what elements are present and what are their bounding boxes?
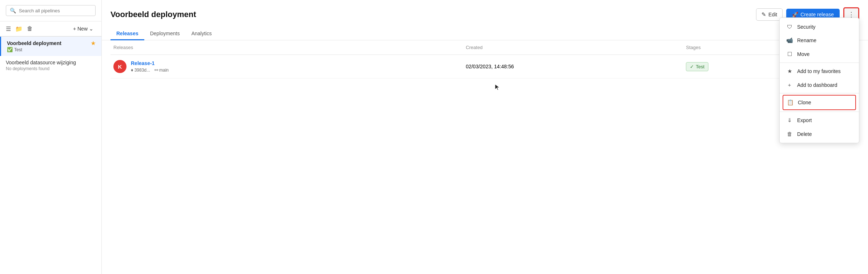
pipeline-name-2: Voorbeeld datasource wijziging — [6, 60, 96, 65]
tab-deployments[interactable]: Deployments — [144, 28, 186, 40]
tab-releases[interactable]: Releases — [110, 28, 144, 40]
pipeline-status-1: Test — [14, 47, 22, 52]
pipeline-status-2: No deployments found — [6, 66, 96, 71]
edit-icon: ✎ — [761, 11, 766, 18]
releases-table: Releases Created Stages — [110, 40, 859, 78]
move-icon: ☐ — [786, 51, 793, 57]
tabs: Releases Deployments Analytics — [102, 22, 868, 40]
main-content-wrap: Voorbeeld deployment ✎ Edit 🚀 Create rel… — [102, 0, 868, 274]
dropdown-separator-3 — [780, 112, 859, 112]
pipeline-name-1: Voorbeeld deployment — [7, 40, 61, 46]
rocket-icon: 🚀 — [792, 12, 798, 17]
col-header-releases: Releases — [110, 40, 463, 55]
dropdown-item-export[interactable]: ⇓ Export — [780, 113, 859, 127]
search-icon: 🔍 — [10, 8, 16, 13]
dropdown-item-security[interactable]: 🛡 Security — [780, 20, 859, 33]
list-icon[interactable]: ☰ — [6, 25, 11, 32]
created-cell: 02/03/2023, 14:48:56 — [463, 55, 683, 78]
release-hash: ♦ 3983d... — [131, 67, 150, 73]
dropdown-item-clone[interactable]: 📋 Clone — [783, 95, 856, 110]
hash-icon: ♦ — [131, 67, 133, 73]
release-branch: ⚯ main — [154, 68, 169, 73]
search-input[interactable] — [19, 8, 92, 13]
dropdown-separator-1 — [780, 63, 859, 63]
sidebar-toolbar: ☰ 📁 🗑 + New ⌄ — [0, 21, 101, 37]
dropdown-item-rename[interactable]: 📹 Rename — [780, 33, 859, 47]
stage-check-icon: ✓ — [690, 64, 694, 69]
releases-table-area: Releases Created Stages — [102, 40, 868, 274]
dropdown-menu: 🛡 Security 📹 Rename ☐ Move ★ Add to my f… — [779, 17, 859, 143]
star-icon: ★ — [786, 68, 793, 74]
new-label: + New — [73, 26, 88, 32]
trash-icon[interactable]: 🗑 — [27, 25, 33, 32]
new-button[interactable]: + New ⌄ — [71, 24, 96, 33]
main-content: Voorbeeld deployment ✎ Edit 🚀 Create rel… — [102, 0, 868, 274]
rename-icon: 📹 — [786, 37, 793, 44]
col-header-created: Created — [463, 40, 683, 55]
sidebar-item-datasource[interactable]: Voorbeeld datasource wijziging No deploy… — [0, 56, 101, 75]
folder-icon[interactable]: 📁 — [15, 25, 23, 32]
edit-button[interactable]: ✎ Edit — [756, 8, 783, 21]
tab-analytics[interactable]: Analytics — [185, 28, 217, 40]
dropdown-item-move[interactable]: ☐ Move — [780, 47, 859, 61]
delete-icon: 🗑 — [786, 131, 793, 137]
release-cell: K Release-1 ♦ 3983d... — [110, 55, 463, 78]
dropdown-item-favorites[interactable]: ★ Add to my favorites — [780, 64, 859, 78]
favorite-star-icon[interactable]: ★ — [91, 40, 96, 46]
page-title: Voorbeeld deployment — [110, 10, 196, 19]
avatar: K — [113, 60, 126, 73]
branch-icon: ⚯ — [154, 68, 158, 73]
dropdown-separator-2 — [780, 93, 859, 93]
search-wrap[interactable]: 🔍 — [6, 5, 96, 16]
clone-icon: 📋 — [787, 99, 793, 106]
search-area: 🔍 — [0, 0, 101, 21]
chevron-down-icon: ⌄ — [89, 26, 93, 32]
sidebar: 🔍 ☰ 📁 🗑 + New ⌄ Voorbeeld deployment ★ ✅… — [0, 0, 102, 274]
plus-icon: + — [786, 82, 793, 88]
dropdown-item-dashboard[interactable]: + Add to dashboard — [780, 78, 859, 92]
main-header: Voorbeeld deployment ✎ Edit 🚀 Create rel… — [102, 0, 868, 22]
shield-icon: 🛡 — [786, 24, 793, 30]
dropdown-item-delete[interactable]: 🗑 Delete — [780, 127, 859, 141]
stage-badge: ✓ Test — [686, 62, 708, 71]
release-name[interactable]: Release-1 — [131, 60, 169, 66]
table-row: K Release-1 ♦ 3983d... — [110, 55, 859, 78]
export-icon: ⇓ — [786, 117, 793, 124]
sidebar-item-voorbeeld-deployment[interactable]: Voorbeeld deployment ★ ✅ Test — [0, 37, 101, 56]
status-check-icon: ✅ — [7, 47, 13, 52]
